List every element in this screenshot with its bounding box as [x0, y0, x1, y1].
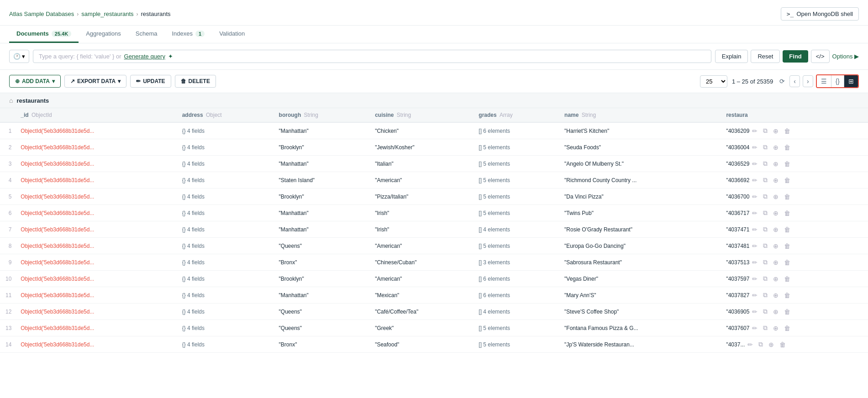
- delete-row-button[interactable]: 🗑: [782, 241, 792, 251]
- object-id-link[interactable]: ObjectId('5eb3d668b31de5d...: [21, 309, 94, 315]
- edit-row-button[interactable]: ✏: [750, 126, 759, 136]
- delete-row-button[interactable]: 🗑: [782, 307, 792, 316]
- copy-row-button[interactable]: ⧉: [761, 126, 769, 136]
- delete-row-button[interactable]: 🗑: [778, 340, 788, 349]
- object-id-link[interactable]: ObjectId('5eb3d668b31de5d...: [21, 226, 94, 233]
- delete-row-button[interactable]: 🗑: [782, 192, 792, 201]
- object-id-link[interactable]: ObjectId('5eb3d668b31de5d...: [21, 243, 94, 249]
- edit-row-button[interactable]: ✏: [750, 176, 759, 185]
- copy-row-button[interactable]: ⧉: [761, 225, 769, 234]
- copy-row-button[interactable]: ⧉: [761, 175, 769, 185]
- tab-aggregations[interactable]: Aggregations: [79, 26, 128, 43]
- tab-indexes[interactable]: Indexes 1: [164, 26, 212, 43]
- object-id-link[interactable]: ObjectId('5eb3d668b31de5d...: [21, 341, 94, 348]
- list-view-button[interactable]: ☰: [817, 75, 831, 87]
- refresh-button[interactable]: ⟳: [778, 76, 787, 87]
- clone-row-button[interactable]: ⊕: [771, 291, 780, 300]
- code-button[interactable]: </>: [811, 50, 830, 63]
- edit-row-button[interactable]: ✏: [750, 258, 759, 267]
- object-id-link[interactable]: ObjectId('5eb3d668b31de5d...: [21, 292, 94, 298]
- delete-row-button[interactable]: 🗑: [782, 143, 792, 152]
- copy-row-button[interactable]: ⧉: [761, 142, 769, 152]
- copy-row-button[interactable]: ⧉: [761, 323, 769, 333]
- delete-button[interactable]: 🗑 DELETE: [175, 75, 216, 88]
- copy-row-button[interactable]: ⧉: [761, 159, 769, 168]
- copy-row-button[interactable]: ⧉: [761, 307, 769, 316]
- clone-row-button[interactable]: ⊕: [771, 307, 780, 316]
- clone-row-button[interactable]: ⊕: [771, 324, 780, 333]
- delete-row-button[interactable]: 🗑: [782, 291, 792, 300]
- object-id-link[interactable]: ObjectId('5eb3d668b31de5d...: [21, 210, 94, 216]
- copy-row-button[interactable]: ⧉: [761, 208, 769, 218]
- add-data-button[interactable]: ⊕ ADD DATA ▾: [9, 75, 61, 88]
- clone-row-button[interactable]: ⊕: [771, 143, 780, 152]
- row-num: 14: [0, 336, 15, 353]
- delete-row-button[interactable]: 🗑: [782, 274, 792, 283]
- clone-row-button[interactable]: ⊕: [771, 126, 780, 136]
- export-data-button[interactable]: ↗ EXPORT DATA ▾: [64, 75, 126, 88]
- prev-page-button[interactable]: ‹: [789, 75, 800, 87]
- edit-row-button[interactable]: ✏: [750, 209, 759, 218]
- delete-row-button[interactable]: 🗑: [782, 159, 792, 168]
- breadcrumb-root[interactable]: Atlas Sample Databases: [9, 10, 74, 17]
- tab-documents[interactable]: Documents 25.4K: [9, 26, 79, 43]
- edit-row-button[interactable]: ✏: [750, 159, 759, 168]
- object-id-link[interactable]: ObjectId('5eb3d668b31de5d...: [21, 194, 94, 200]
- options-button[interactable]: Options ▶: [832, 53, 859, 60]
- open-shell-button[interactable]: >_ Open MongoDB shell: [781, 7, 859, 21]
- edit-row-button[interactable]: ✏: [750, 274, 759, 283]
- object-id-link[interactable]: ObjectId('5eb3d668b31de5d...: [21, 276, 94, 282]
- table-view-button[interactable]: ⊞: [844, 75, 858, 87]
- copy-row-button[interactable]: ⧉: [761, 192, 769, 201]
- update-button[interactable]: ✏ UPDATE: [130, 75, 171, 88]
- copy-row-button[interactable]: ⧉: [757, 340, 765, 349]
- tab-schema[interactable]: Schema: [128, 26, 165, 43]
- delete-row-button[interactable]: 🗑: [782, 126, 792, 136]
- reset-button[interactable]: Reset: [751, 50, 780, 63]
- explain-button[interactable]: Explain: [715, 50, 748, 63]
- find-button[interactable]: Find: [783, 50, 808, 63]
- copy-row-button[interactable]: ⧉: [761, 241, 769, 251]
- object-id-link[interactable]: ObjectId('5eb3d668b31de5d...: [21, 144, 94, 151]
- copy-row-button[interactable]: ⧉: [761, 290, 769, 300]
- clone-row-button[interactable]: ⊕: [767, 340, 776, 349]
- clone-row-button[interactable]: ⊕: [771, 192, 780, 201]
- delete-row-button[interactable]: 🗑: [782, 209, 792, 218]
- tab-validation[interactable]: Validation: [212, 26, 252, 43]
- clone-row-button[interactable]: ⊕: [771, 241, 780, 251]
- edit-row-button[interactable]: ✏: [750, 307, 759, 316]
- edit-row-button[interactable]: ✏: [750, 143, 759, 152]
- export-icon: ↗: [70, 78, 75, 84]
- clone-row-button[interactable]: ⊕: [771, 274, 780, 283]
- delete-row-button[interactable]: 🗑: [782, 225, 792, 234]
- object-id-link[interactable]: ObjectId('5eb3d668b31de5d...: [21, 128, 94, 134]
- edit-row-button[interactable]: ✏: [750, 192, 759, 201]
- edit-row-button[interactable]: ✏: [750, 291, 759, 300]
- copy-row-button[interactable]: ⧉: [761, 257, 769, 267]
- object-id-link[interactable]: ObjectId('5eb3d668b31de5d...: [21, 177, 94, 183]
- edit-row-button[interactable]: ✏: [750, 225, 759, 234]
- breadcrumb-db[interactable]: sample_restaurants: [81, 10, 133, 17]
- clone-row-button[interactable]: ⊕: [771, 209, 780, 218]
- copy-row-button[interactable]: ⧉: [761, 274, 769, 283]
- edit-row-button[interactable]: ✏: [750, 324, 759, 333]
- generate-query-link[interactable]: Generate query: [124, 53, 165, 60]
- clone-row-button[interactable]: ⊕: [771, 159, 780, 168]
- object-id-link[interactable]: ObjectId('5eb3d668b31de5d...: [21, 161, 94, 167]
- table-row: 11 ObjectId('5eb3d668b31de5d... {} 4 fie…: [0, 287, 868, 304]
- json-view-button[interactable]: {}: [831, 75, 844, 87]
- delete-row-button[interactable]: 🗑: [782, 176, 792, 185]
- clone-row-button[interactable]: ⊕: [771, 176, 780, 185]
- clone-row-button[interactable]: ⊕: [771, 258, 780, 267]
- clone-row-button[interactable]: ⊕: [771, 225, 780, 234]
- delete-row-button[interactable]: 🗑: [782, 258, 792, 267]
- query-history-button[interactable]: 🕐 ▾: [9, 50, 29, 63]
- row-id: ObjectId('5eb3d668b31de5d...: [15, 205, 176, 221]
- object-id-link[interactable]: ObjectId('5eb3d668b31de5d...: [21, 325, 94, 331]
- object-id-link[interactable]: ObjectId('5eb3d668b31de5d...: [21, 259, 94, 266]
- delete-row-button[interactable]: 🗑: [782, 324, 792, 333]
- edit-row-button[interactable]: ✏: [746, 340, 755, 349]
- next-page-button[interactable]: ›: [803, 75, 813, 87]
- edit-row-button[interactable]: ✏: [750, 241, 759, 251]
- page-size-select[interactable]: 25 50 100: [700, 75, 727, 88]
